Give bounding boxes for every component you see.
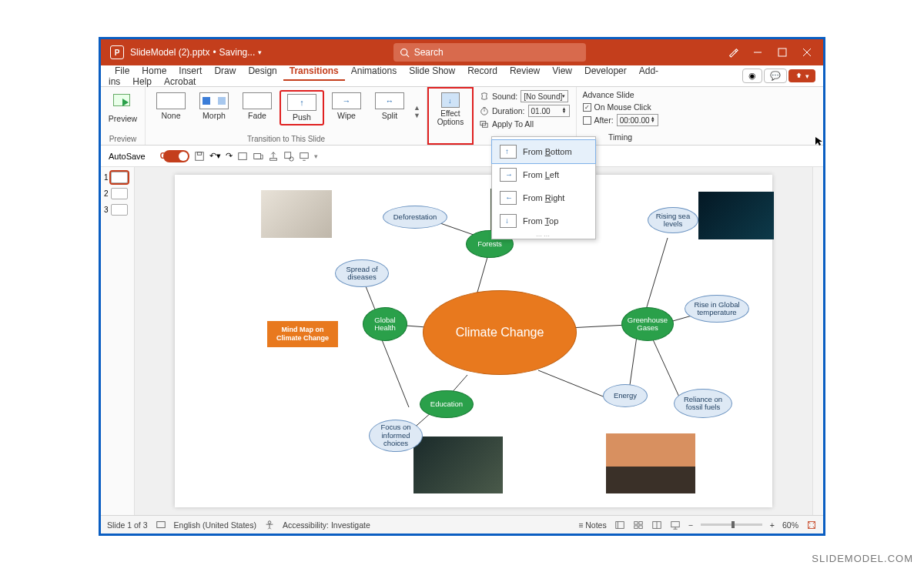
ribbon: Preview Preview NoneMorphFade↑Push→Wipe↔… <box>101 87 823 146</box>
search-icon <box>400 48 410 58</box>
autosave-toggle[interactable]: On <box>150 150 189 162</box>
filename-text: SlideModel (2).pptx <box>130 47 209 58</box>
undo-button[interactable]: ↶▾ <box>209 151 221 161</box>
thumbnail-3[interactable]: 3 <box>104 204 131 216</box>
touch-mode-icon[interactable] <box>268 151 279 162</box>
image-placeholder <box>606 433 695 493</box>
work-area: 123 Mind Map onClimate Change Climate Ch… <box>101 167 823 515</box>
thumbnail-2[interactable]: 2 <box>104 188 131 199</box>
preview-button[interactable]: Preview <box>102 90 144 125</box>
slide-canvas[interactable]: Mind Map onClimate Change Climate Change… <box>135 167 812 515</box>
more-transitions[interactable]: ▲▼ <box>412 104 422 119</box>
node-gases: Greenhouse Gases <box>621 307 674 341</box>
svg-rect-39 <box>634 525 637 528</box>
effect-options-menu: ↑From Bottom→From Left←From Right↓From T… <box>491 136 596 239</box>
accessibility-icon <box>264 520 275 530</box>
svg-rect-18 <box>300 152 308 158</box>
apply-to-all-button[interactable]: Apply To All <box>480 119 570 129</box>
svg-rect-37 <box>634 521 637 524</box>
effect-option-from-left[interactable]: →From Left <box>492 163 595 186</box>
qat-more[interactable]: ▾ <box>314 152 318 160</box>
record-button[interactable]: ◉ <box>742 69 762 83</box>
image-placeholder <box>698 192 774 239</box>
minimize-button[interactable] <box>752 47 763 58</box>
tab-transitions[interactable]: Transitions <box>283 62 345 81</box>
sound-select[interactable]: [No Sound]▾ <box>521 90 568 102</box>
tab-draw[interactable]: Draw <box>208 62 242 79</box>
transition-split[interactable]: ↔Split <box>369 90 410 122</box>
duration-input[interactable]: 01.00▲▼ <box>528 105 570 117</box>
after-checkbox[interactable]: After: 00:00.00▲▼ <box>583 114 658 126</box>
accessibility-label[interactable]: Accessibility: Investigate <box>283 520 370 530</box>
transition-fade[interactable]: Fade <box>236 90 278 122</box>
image-placeholder <box>261 190 332 238</box>
tab-view[interactable]: View <box>546 62 578 79</box>
maximize-button[interactable] <box>777 47 788 58</box>
qat-icon[interactable] <box>237 151 248 162</box>
slide-count: Slide 1 of 3 <box>107 520 148 530</box>
zoom-in[interactable]: + <box>770 520 775 530</box>
slideshow-view-icon[interactable] <box>670 520 681 530</box>
file-name[interactable]: SlideModel (2).pptx • Saving... ▾ <box>130 47 262 58</box>
ink-icon[interactable] <box>728 47 738 58</box>
thumbnail-1[interactable]: 1 <box>104 172 131 183</box>
svg-point-34 <box>268 520 271 523</box>
cursor-icon <box>814 135 825 146</box>
tab-slide-show[interactable]: Slide Show <box>403 62 461 79</box>
quick-access-toolbar: AutoSave On ↶▾ ↷ ▾ <box>101 146 823 167</box>
slideshow-icon[interactable] <box>299 151 310 162</box>
zoom-slider[interactable] <box>701 523 762 526</box>
on-mouse-click-checkbox[interactable]: ✓On Mouse Click <box>583 102 658 112</box>
close-button[interactable] <box>802 47 812 58</box>
qat-icon[interactable] <box>253 151 263 162</box>
transition-push[interactable]: ↑Push <box>280 90 324 125</box>
tab-design[interactable]: Design <box>242 62 283 79</box>
node-education: Education <box>420 390 474 418</box>
node-health: Global Health <box>363 307 407 341</box>
node-fossil: Reliance on fossil fuels <box>674 389 732 418</box>
sorter-view-icon[interactable] <box>633 520 644 530</box>
svg-rect-33 <box>156 521 165 527</box>
tab-review[interactable]: Review <box>504 62 546 79</box>
qat-icon[interactable] <box>283 151 294 162</box>
after-input[interactable]: 00:00.00▲▼ <box>617 114 658 126</box>
fit-icon[interactable] <box>806 520 817 530</box>
powerpoint-icon: P <box>110 45 124 59</box>
node-focus: Focus on informed choices <box>369 420 423 452</box>
effect-option-from-right[interactable]: ←From Right <box>492 186 595 209</box>
svg-line-24 <box>381 338 409 407</box>
effect-option-from-top[interactable]: ↓From Top <box>492 209 595 232</box>
effect-option-from-bottom[interactable]: ↑From Bottom <box>492 140 595 163</box>
reading-view-icon[interactable] <box>651 520 662 530</box>
transition-morph[interactable]: Morph <box>193 90 235 122</box>
share-button[interactable]: ▾ <box>788 69 815 82</box>
tab-animations[interactable]: Animations <box>345 62 403 79</box>
image-placeholder <box>413 437 503 493</box>
svg-point-17 <box>289 156 293 160</box>
scrollbar[interactable] <box>812 167 823 515</box>
svg-rect-11 <box>195 152 203 160</box>
transition-none[interactable]: None <box>150 90 192 122</box>
notes-button[interactable]: ≡ Notes <box>578 520 607 530</box>
svg-point-0 <box>400 49 407 55</box>
search-input[interactable]: Search <box>393 43 586 62</box>
svg-rect-12 <box>197 152 201 155</box>
node-sea: Rising sea levels <box>648 207 698 233</box>
transition-wipe[interactable]: →Wipe <box>326 90 367 122</box>
svg-rect-3 <box>778 49 786 56</box>
svg-line-31 <box>629 336 637 390</box>
svg-rect-14 <box>253 153 260 159</box>
zoom-out[interactable]: − <box>688 520 693 530</box>
zoom-level[interactable]: 60% <box>782 520 798 530</box>
tab-record[interactable]: Record <box>461 62 504 79</box>
save-icon[interactable] <box>194 151 205 162</box>
node-temp: Rise in Global temperature <box>685 295 749 323</box>
redo-button[interactable]: ↷ <box>226 151 233 161</box>
normal-view-icon[interactable] <box>614 520 625 530</box>
svg-rect-38 <box>639 521 642 524</box>
effect-options-button[interactable]: ↓ Effect Options <box>427 87 474 145</box>
slide: Mind Map onClimate Change Climate Change… <box>175 175 772 507</box>
comments-button[interactable]: 💬 <box>764 69 787 83</box>
language-label[interactable]: English (United States) <box>174 520 256 530</box>
tab-developer[interactable]: Developer <box>578 62 633 79</box>
